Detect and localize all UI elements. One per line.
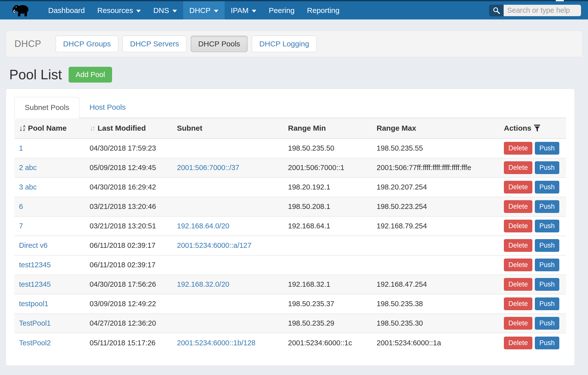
- subnet-cell: [172, 197, 284, 216]
- range-max-cell: 198.20.207.254: [372, 178, 499, 197]
- range-min-cell: 2001:5234:6000::1c: [284, 333, 372, 353]
- table-row: test1234506/11/2018 02:39:17DeletePush: [14, 255, 566, 275]
- table-row: 3 abc04/30/2018 16:29:42198.20.192.1198.…: [14, 178, 566, 197]
- delete-button[interactable]: Delete: [504, 220, 532, 232]
- nav-item-ipam[interactable]: IPAM: [225, 1, 263, 19]
- nav-item-label: IPAM: [231, 6, 249, 15]
- subnav-button-dhcp-groups[interactable]: DHCP Groups: [56, 36, 118, 52]
- subnet-cell: 2001:5234:6000::1b/128: [172, 333, 284, 353]
- table-row: 603/21/2018 13:20:46198.50.208.1198.50.2…: [14, 197, 566, 216]
- delete-button[interactable]: Delete: [504, 317, 532, 330]
- delete-button[interactable]: Delete: [504, 142, 532, 155]
- delete-button[interactable]: Delete: [504, 337, 532, 349]
- page-head: Pool List Add Pool: [9, 67, 588, 83]
- pool-name-cell: test12345: [14, 275, 85, 294]
- nav-item-label: Peering: [269, 6, 294, 15]
- pool-name-link[interactable]: 6: [19, 202, 23, 210]
- pool-name-cell: Direct v6: [14, 236, 85, 255]
- pool-table-head: ↓AZPool Name↓↑Last ModifiedSubnetRange M…: [14, 118, 566, 139]
- search-input[interactable]: [504, 5, 581, 16]
- range-max-cell: 198.50.235.38: [372, 294, 499, 314]
- pool-list-card: Subnet PoolsHost Pools ↓AZPool Name↓↑Las…: [6, 89, 575, 366]
- search-button[interactable]: [489, 5, 504, 16]
- pool-name-link[interactable]: 3 abc: [19, 183, 37, 191]
- column-header-range-min: Range Min: [284, 118, 372, 139]
- subnav-buttons: DHCP GroupsDHCP ServersDHCP PoolsDHCP Lo…: [56, 36, 321, 52]
- push-button[interactable]: Push: [535, 259, 559, 271]
- column-header-subnet: Subnet: [172, 118, 284, 139]
- pool-name-link[interactable]: Direct v6: [19, 241, 47, 249]
- push-button[interactable]: Push: [535, 220, 559, 232]
- caret-down-icon: [214, 10, 218, 12]
- table-row: 703/21/2018 13:20:51192.168.64.0/20192.1…: [14, 216, 566, 236]
- subnet-link[interactable]: 2001:506:7000::/37: [177, 164, 239, 172]
- caret-down-icon: [172, 10, 177, 12]
- table-row: TestPool104/27/2018 12:36:20198.50.235.2…: [14, 314, 566, 333]
- add-pool-button[interactable]: Add Pool: [69, 67, 112, 83]
- nav-item-peering[interactable]: Peering: [263, 1, 301, 19]
- push-button[interactable]: Push: [535, 142, 559, 155]
- pool-name-link[interactable]: 2 abc: [19, 164, 37, 172]
- actions-cell: DeletePush: [499, 294, 566, 314]
- subnav-button-dhcp-logging[interactable]: DHCP Logging: [252, 36, 317, 52]
- push-button[interactable]: Push: [535, 297, 559, 310]
- table-row: 2 abc05/09/2018 12:49:452001:506:7000::/…: [14, 158, 566, 178]
- delete-button[interactable]: Delete: [504, 200, 532, 213]
- subnet-link[interactable]: 192.168.32.0/20: [177, 280, 229, 288]
- sort-icon[interactable]: ↓↑: [90, 124, 94, 132]
- nav-item-resources[interactable]: Resources: [91, 1, 147, 19]
- pool-name-link[interactable]: testpool1: [19, 300, 48, 308]
- pool-name-link[interactable]: test12345: [19, 280, 51, 288]
- subnav-button-dhcp-servers[interactable]: DHCP Servers: [123, 36, 186, 52]
- range-max-cell: 192.168.79.254: [372, 216, 499, 236]
- nav-item-dashboard[interactable]: Dashboard: [42, 1, 91, 19]
- delete-button[interactable]: Delete: [504, 297, 532, 310]
- column-label: Actions: [504, 124, 531, 132]
- last-modified-cell: 06/11/2018 02:39:17: [85, 236, 172, 255]
- column-header-content: ↓↑Last Modified: [90, 124, 146, 132]
- pool-name-cell: test12345: [14, 255, 85, 275]
- push-button[interactable]: Push: [535, 278, 559, 291]
- actions-cell: DeletePush: [499, 255, 566, 275]
- pool-name-cell: 1: [14, 139, 85, 158]
- subnav-button-dhcp-pools[interactable]: DHCP Pools: [191, 36, 248, 52]
- pool-name-link[interactable]: 1: [19, 144, 23, 152]
- subnet-link[interactable]: 2001:5234:6000::a/127: [177, 241, 251, 249]
- pool-name-link[interactable]: TestPool2: [19, 339, 51, 347]
- nav-item-dns[interactable]: DNS: [147, 1, 183, 19]
- push-button[interactable]: Push: [535, 317, 559, 330]
- delete-button[interactable]: Delete: [504, 161, 532, 174]
- subnet-cell: [172, 294, 284, 314]
- tab-subnet-pools[interactable]: Subnet Pools: [14, 97, 79, 118]
- column-header-content: Subnet: [177, 124, 202, 132]
- delete-button[interactable]: Delete: [504, 181, 532, 193]
- filter-icon[interactable]: [534, 124, 540, 132]
- actions-cell: DeletePush: [499, 197, 566, 216]
- subnet-link[interactable]: 2001:5234:6000::1b/128: [177, 339, 255, 347]
- push-button[interactable]: Push: [535, 161, 559, 174]
- pool-name-link[interactable]: 7: [19, 222, 23, 230]
- tab-host-pools[interactable]: Host Pools: [79, 97, 136, 118]
- push-button[interactable]: Push: [535, 337, 559, 349]
- pool-name-link[interactable]: test12345: [19, 261, 51, 269]
- actions-cell: DeletePush: [499, 158, 566, 178]
- delete-button[interactable]: Delete: [504, 239, 532, 252]
- pool-name-link[interactable]: TestPool1: [19, 319, 51, 327]
- sort-alpha-asc-icon[interactable]: ↓AZ: [19, 124, 25, 132]
- push-button[interactable]: Push: [535, 181, 559, 193]
- nav-item-label: Dashboard: [48, 6, 85, 15]
- nav-item-dhcp[interactable]: DHCP: [183, 1, 225, 19]
- top-strip: [0, 0, 588, 1]
- brand-logo[interactable]: [0, 1, 42, 19]
- delete-button[interactable]: Delete: [504, 259, 532, 271]
- nav-item-label: Reporting: [307, 6, 339, 15]
- nav-item-reporting[interactable]: Reporting: [301, 1, 346, 19]
- subnet-link[interactable]: 192.168.64.0/20: [177, 222, 229, 230]
- table-row: testpool103/09/2018 12:49:22198.50.235.3…: [14, 294, 566, 314]
- actions-cell: DeletePush: [499, 314, 566, 333]
- actions-cell: DeletePush: [499, 236, 566, 255]
- delete-button[interactable]: Delete: [504, 278, 532, 291]
- pool-name-cell: TestPool1: [14, 314, 85, 333]
- push-button[interactable]: Push: [535, 200, 559, 213]
- push-button[interactable]: Push: [535, 239, 559, 252]
